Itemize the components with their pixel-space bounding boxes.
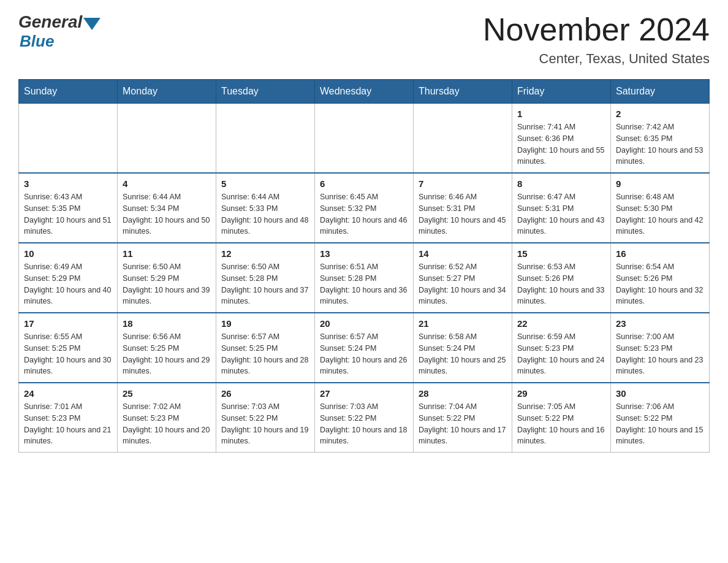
day-info: Sunrise: 6:53 AMSunset: 5:26 PMDaylight:… [517,261,605,307]
calendar-cell: 3Sunrise: 6:43 AMSunset: 5:35 PMDaylight… [19,173,118,243]
header-thursday: Thursday [414,80,512,104]
day-number: 23 [616,318,704,329]
calendar-cell: 2Sunrise: 7:42 AMSunset: 6:35 PMDaylight… [611,104,710,174]
day-info: Sunrise: 6:45 AMSunset: 5:32 PMDaylight:… [320,191,408,237]
calendar-cell: 4Sunrise: 6:44 AMSunset: 5:34 PMDaylight… [118,173,216,243]
day-number: 13 [320,248,408,259]
day-info: Sunrise: 6:52 AMSunset: 5:27 PMDaylight:… [419,261,507,307]
calendar-cell: 22Sunrise: 6:59 AMSunset: 5:23 PMDayligh… [512,313,611,383]
day-number: 19 [221,318,309,329]
calendar-cell: 14Sunrise: 6:52 AMSunset: 5:27 PMDayligh… [414,243,512,313]
day-info: Sunrise: 7:03 AMSunset: 5:22 PMDaylight:… [320,401,408,447]
calendar-week-row: 17Sunrise: 6:55 AMSunset: 5:25 PMDayligh… [19,313,710,383]
day-info: Sunrise: 6:49 AMSunset: 5:29 PMDaylight:… [24,261,112,307]
day-info: Sunrise: 6:58 AMSunset: 5:24 PMDaylight:… [419,331,507,377]
day-number: 26 [221,388,309,399]
calendar-cell: 1Sunrise: 7:41 AMSunset: 6:36 PMDaylight… [512,104,611,174]
day-info: Sunrise: 6:54 AMSunset: 5:26 PMDaylight:… [616,261,704,307]
day-info: Sunrise: 6:44 AMSunset: 5:33 PMDaylight:… [221,191,309,237]
day-info: Sunrise: 7:01 AMSunset: 5:23 PMDaylight:… [24,401,112,447]
calendar-cell [19,104,118,174]
calendar-week-row: 10Sunrise: 6:49 AMSunset: 5:29 PMDayligh… [19,243,710,313]
calendar-week-row: 3Sunrise: 6:43 AMSunset: 5:35 PMDaylight… [19,173,710,243]
calendar-cell: 26Sunrise: 7:03 AMSunset: 5:22 PMDayligh… [216,383,315,453]
calendar-cell: 15Sunrise: 6:53 AMSunset: 5:26 PMDayligh… [512,243,611,313]
day-info: Sunrise: 6:56 AMSunset: 5:25 PMDaylight:… [123,331,211,377]
calendar-cell: 23Sunrise: 7:00 AMSunset: 5:23 PMDayligh… [611,313,710,383]
calendar-cell: 28Sunrise: 7:04 AMSunset: 5:22 PMDayligh… [414,383,512,453]
day-info: Sunrise: 7:00 AMSunset: 5:23 PMDaylight:… [616,331,704,377]
day-number: 6 [320,178,408,189]
day-info: Sunrise: 6:59 AMSunset: 5:23 PMDaylight:… [517,331,605,377]
calendar-cell: 18Sunrise: 6:56 AMSunset: 5:25 PMDayligh… [118,313,216,383]
page-subtitle: Center, Texas, United States [483,51,710,67]
calendar-cell: 16Sunrise: 6:54 AMSunset: 5:26 PMDayligh… [611,243,710,313]
header-wednesday: Wednesday [315,80,414,104]
day-number: 24 [24,388,112,399]
day-info: Sunrise: 7:06 AMSunset: 5:22 PMDaylight:… [616,401,704,447]
day-number: 12 [221,248,309,259]
day-info: Sunrise: 6:50 AMSunset: 5:29 PMDaylight:… [123,261,211,307]
day-number: 21 [419,318,507,329]
calendar-cell: 27Sunrise: 7:03 AMSunset: 5:22 PMDayligh… [315,383,414,453]
day-number: 22 [517,318,605,329]
day-info: Sunrise: 7:42 AMSunset: 6:35 PMDaylight:… [616,121,704,167]
day-number: 28 [419,388,507,399]
day-number: 5 [221,178,309,189]
day-number: 9 [616,178,704,189]
header-monday: Monday [118,80,216,104]
day-number: 10 [24,248,112,259]
day-info: Sunrise: 7:03 AMSunset: 5:22 PMDaylight:… [221,401,309,447]
day-info: Sunrise: 7:05 AMSunset: 5:22 PMDaylight:… [517,401,605,447]
calendar-cell: 13Sunrise: 6:51 AMSunset: 5:28 PMDayligh… [315,243,414,313]
day-info: Sunrise: 6:57 AMSunset: 5:25 PMDaylight:… [221,331,309,377]
day-number: 30 [616,388,704,399]
day-info: Sunrise: 6:50 AMSunset: 5:28 PMDaylight:… [221,261,309,307]
day-info: Sunrise: 6:43 AMSunset: 5:35 PMDaylight:… [24,191,112,237]
header-sunday: Sunday [19,80,118,104]
day-number: 29 [517,388,605,399]
day-info: Sunrise: 6:47 AMSunset: 5:31 PMDaylight:… [517,191,605,237]
calendar-week-row: 24Sunrise: 7:01 AMSunset: 5:23 PMDayligh… [19,383,710,453]
day-number: 14 [419,248,507,259]
calendar-cell: 29Sunrise: 7:05 AMSunset: 5:22 PMDayligh… [512,383,611,453]
day-info: Sunrise: 6:44 AMSunset: 5:34 PMDaylight:… [123,191,211,237]
calendar-table: SundayMondayTuesdayWednesdayThursdayFrid… [18,79,710,453]
calendar-cell: 25Sunrise: 7:02 AMSunset: 5:23 PMDayligh… [118,383,216,453]
day-number: 18 [123,318,211,329]
day-number: 27 [320,388,408,399]
day-number: 8 [517,178,605,189]
day-number: 3 [24,178,112,189]
day-info: Sunrise: 6:46 AMSunset: 5:31 PMDaylight:… [419,191,507,237]
day-info: Sunrise: 7:41 AMSunset: 6:36 PMDaylight:… [517,121,605,167]
day-number: 20 [320,318,408,329]
logo-triangle-icon [83,18,100,30]
calendar-cell: 6Sunrise: 6:45 AMSunset: 5:32 PMDaylight… [315,173,414,243]
calendar-cell [414,104,512,174]
calendar-header-row: SundayMondayTuesdayWednesdayThursdayFrid… [19,80,710,104]
calendar-cell: 9Sunrise: 6:48 AMSunset: 5:30 PMDaylight… [611,173,710,243]
calendar-cell: 24Sunrise: 7:01 AMSunset: 5:23 PMDayligh… [19,383,118,453]
day-number: 11 [123,248,211,259]
day-info: Sunrise: 6:57 AMSunset: 5:24 PMDaylight:… [320,331,408,377]
page-title: November 2024 [483,12,710,47]
calendar-cell: 5Sunrise: 6:44 AMSunset: 5:33 PMDaylight… [216,173,315,243]
calendar-cell: 20Sunrise: 6:57 AMSunset: 5:24 PMDayligh… [315,313,414,383]
day-number: 2 [616,109,704,119]
calendar-cell: 12Sunrise: 6:50 AMSunset: 5:28 PMDayligh… [216,243,315,313]
day-number: 15 [517,248,605,259]
day-info: Sunrise: 6:55 AMSunset: 5:25 PMDaylight:… [24,331,112,377]
calendar-cell: 17Sunrise: 6:55 AMSunset: 5:25 PMDayligh… [19,313,118,383]
day-number: 4 [123,178,211,189]
header-tuesday: Tuesday [216,80,315,104]
day-number: 1 [517,109,605,119]
day-info: Sunrise: 7:02 AMSunset: 5:23 PMDaylight:… [123,401,211,447]
day-info: Sunrise: 6:51 AMSunset: 5:28 PMDaylight:… [320,261,408,307]
logo: General Blue [18,12,100,51]
calendar-cell: 21Sunrise: 6:58 AMSunset: 5:24 PMDayligh… [414,313,512,383]
day-number: 25 [123,388,211,399]
header-friday: Friday [512,80,611,104]
title-area: November 2024 Center, Texas, United Stat… [483,12,710,67]
day-number: 16 [616,248,704,259]
header: General Blue November 2024 Center, Texas… [18,12,710,67]
